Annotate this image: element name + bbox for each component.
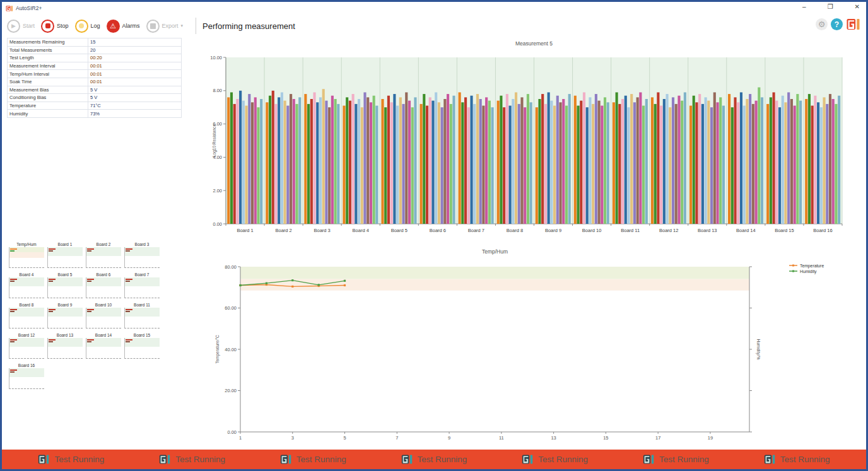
thumbnail-title: Board 11 (124, 303, 160, 307)
test-running-label: Test Running (54, 455, 104, 464)
svg-text:Temperature/°C: Temperature/°C (215, 335, 220, 364)
svg-text:Board 5: Board 5 (391, 228, 408, 233)
svg-text:Board 14: Board 14 (736, 228, 755, 233)
measurement-status-text: Performing measurement (202, 21, 295, 31)
param-label: Measurement Interval (8, 62, 88, 70)
chart-thumbnail-board-9[interactable]: Board 9 (47, 303, 83, 329)
table-row: Total Measurements20 (8, 46, 182, 54)
chart-thumbnail-board-4[interactable]: Board 4 (9, 272, 44, 298)
stop-label: Stop (57, 23, 69, 29)
chart-thumbnail-board-10[interactable]: Board 10 (86, 303, 121, 329)
table-row: Conditioning Bias5 V (8, 94, 182, 102)
export-button[interactable]: Export ▾ (146, 20, 184, 33)
thumbnail-title: Board 10 (86, 303, 121, 307)
brand-logo-icon (522, 454, 534, 465)
stop-button[interactable]: Stop (41, 20, 69, 33)
minimize-button[interactable]: – (802, 3, 806, 10)
alarms-button[interactable]: ⚠ Alarms (107, 20, 140, 33)
app-logo-icon (6, 5, 13, 12)
start-button[interactable]: ▶ Start (7, 20, 35, 33)
svg-text:0.00: 0.00 (213, 221, 222, 227)
param-label: Humidity (8, 110, 88, 118)
table-row: Test Length00:20 (8, 54, 182, 62)
window-title: AutoSIR2+ (16, 5, 42, 11)
chart-thumbnail-board-5[interactable]: Board 5 (47, 272, 83, 298)
svg-text:7: 7 (396, 435, 398, 441)
svg-text:17: 17 (655, 435, 660, 441)
svg-text:Board 3: Board 3 (314, 228, 331, 233)
chevron-down-icon: ▾ (181, 23, 184, 28)
thumbnail-plot (9, 308, 44, 329)
thumbnail-plot (9, 277, 44, 298)
table-row: Measurements Remaining15 (8, 38, 182, 47)
measurement-info-table: Measurements Remaining15Total Measuremen… (7, 38, 182, 118)
svg-text:3: 3 (291, 435, 294, 441)
test-running-label: Test Running (418, 455, 467, 464)
thumbnail-title: Board 12 (9, 333, 44, 337)
svg-text:Humidity: Humidity (800, 269, 817, 274)
brand-logo-icon (846, 18, 861, 30)
chart-thumbnail-board-13[interactable]: Board 13 (47, 333, 83, 359)
svg-text:60.00: 60.00 (225, 305, 237, 311)
thumbnail-title: Board 15 (124, 333, 160, 337)
table-row: Temperature71°C (8, 102, 182, 110)
thumbnail-plot (9, 368, 44, 389)
svg-text:Board 6: Board 6 (430, 228, 446, 233)
thumbnail-plot (47, 308, 83, 329)
test-running-label: Test Running (296, 455, 346, 464)
param-value: 15 (88, 38, 182, 47)
thumbnail-title: Board 2 (86, 242, 121, 247)
chart-thumbnail-board-2[interactable]: Board 2 (86, 242, 121, 268)
toolbar-separator (196, 18, 196, 34)
svg-text:0.00: 0.00 (227, 429, 237, 435)
close-button[interactable]: ✕ (855, 3, 860, 10)
svg-text:Humidity/%: Humidity/% (756, 339, 761, 360)
thumbnail-title: Board 6 (86, 272, 121, 277)
svg-text:2.00: 2.00 (213, 188, 222, 194)
svg-text:13: 13 (551, 435, 556, 441)
thumbnail-plot (86, 247, 121, 268)
title-bar: AutoSIR2+ – ❐ ✕ (2, 2, 866, 15)
svg-text:Board 11: Board 11 (621, 228, 640, 233)
chart-thumbnail-board-8[interactable]: Board 8 (9, 303, 44, 329)
export-label: Export (162, 23, 179, 29)
svg-text:Board 13: Board 13 (698, 228, 717, 233)
test-running-indicator: Test Running (38, 454, 104, 465)
start-label: Start (23, 23, 35, 29)
brand-logo-icon (280, 454, 292, 465)
chart-thumbnail-board-15[interactable]: Board 15 (124, 333, 160, 359)
chart-thumbnail-board-3[interactable]: Board 3 (124, 242, 160, 268)
table-row: Measurement Interval00:01 (8, 62, 182, 70)
test-running-indicator: Test Running (401, 454, 467, 465)
test-running-indicator: Test Running (280, 454, 346, 465)
chart-thumbnail-temp-hum[interactable]: Temp/Hum (9, 242, 44, 268)
chart-thumbnail-board-14[interactable]: Board 14 (86, 333, 121, 359)
svg-text:10.00: 10.00 (210, 55, 222, 61)
thumbnail-title: Temp/Hum (9, 242, 44, 247)
svg-text:Board 10: Board 10 (582, 228, 601, 233)
param-value: 00:01 (88, 62, 182, 70)
svg-text:11: 11 (499, 435, 504, 441)
restore-button[interactable]: ❐ (828, 3, 833, 10)
help-icon[interactable]: ? (831, 18, 843, 30)
chart-thumbnail-board-6[interactable]: Board 6 (86, 272, 121, 298)
svg-text:40.00: 40.00 (225, 347, 237, 352)
param-label: Soak Time (8, 78, 88, 86)
chart-thumbnail-board-1[interactable]: Board 1 (47, 242, 83, 268)
chart-thumbnail-board-7[interactable]: Board 7 (124, 272, 160, 298)
alarm-icon: ⚠ (107, 20, 120, 33)
thumbnail-plot (47, 277, 83, 298)
settings-gear-icon[interactable]: ⚙ (816, 18, 828, 30)
param-value: 5 V (88, 94, 182, 102)
thumbnail-title: Board 14 (86, 333, 121, 337)
log-icon (75, 20, 88, 33)
param-value: 73% (88, 110, 182, 118)
chart-thumbnail-board-11[interactable]: Board 11 (124, 303, 160, 329)
param-value: 00:20 (88, 54, 182, 62)
log-button[interactable]: Log (75, 20, 100, 33)
line-chart-title: Temp/Hum (482, 248, 508, 255)
svg-text:Board 9: Board 9 (545, 228, 561, 233)
brand-logo-icon (38, 454, 50, 465)
chart-thumbnail-board-12[interactable]: Board 12 (9, 333, 44, 359)
chart-thumbnail-board-16[interactable]: Board 16 (9, 363, 44, 389)
